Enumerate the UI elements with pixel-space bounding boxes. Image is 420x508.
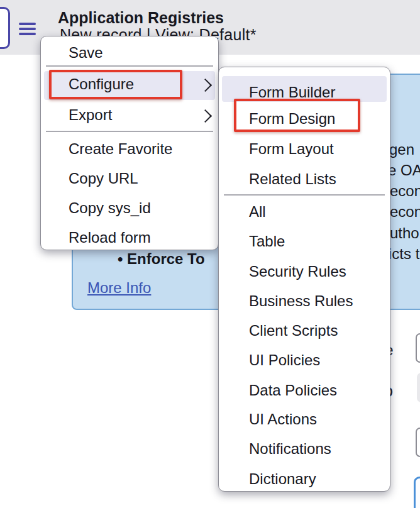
name-input[interactable] [416,333,420,363]
more-info-link[interactable]: More Info [87,279,151,297]
info-text-fragment: econ [390,203,420,221]
form-context-menu-icon[interactable] [19,23,36,35]
submenu-item-related-lists[interactable]: Related Lists [249,170,336,188]
menu-item-copy-sys-id[interactable]: Copy sys_id [69,199,151,217]
client-secret-input[interactable] [416,428,420,457]
menu-separator [224,194,385,196]
submenu-item-business-rules[interactable]: Business Rules [249,292,353,310]
submenu-item-all[interactable]: All [249,203,266,221]
submenu-item-form-layout[interactable]: Form Layout [249,140,334,158]
info-bullet-text: Enforce To [127,250,205,267]
chevron-right-icon [199,109,212,123]
submenu-item-dictionary[interactable]: Dictionary [249,470,316,488]
annotation-box-configure [49,70,182,99]
section-panel [414,477,420,508]
hamburger-bar [19,28,36,30]
submenu-item-security-rules[interactable]: Security Rules [249,263,346,280]
submenu-item-data-policies[interactable]: Data Policies [249,382,337,399]
info-text-fragment: e OA [388,162,420,179]
info-text-fragment: utho [390,224,419,242]
client-id-field[interactable] [417,373,420,402]
menu-separator [46,65,213,67]
submenu-item-ui-actions[interactable]: UI Actions [249,411,317,428]
annotation-box-form-design [234,99,360,132]
hamburger-bar [19,23,36,25]
screen: Application Registries New record | View… [0,0,420,508]
submenu-item-table[interactable]: Table [249,233,285,250]
info-bullet-item: • Enforce To [118,250,205,268]
submenu-item-ui-policies[interactable]: UI Policies [249,351,320,369]
info-text-fragment: econ [390,182,420,200]
page-title: Application Registries [58,9,224,27]
form-context-menu: Save Configure Export Create Favorite Co… [40,36,219,250]
menu-item-copy-url[interactable]: Copy URL [69,170,138,187]
info-text-fragment: gen [389,141,414,158]
menu-separator [46,131,213,132]
menu-item-reload-form[interactable]: Reload form [69,229,151,246]
submenu-item-client-scripts[interactable]: Client Scripts [249,322,338,340]
hamburger-bar [19,33,36,35]
submenu-item-notifications[interactable]: Notifications [249,440,331,458]
menu-item-create-favorite[interactable]: Create Favorite [69,140,172,158]
info-text-fragment: icts t [389,245,419,263]
back-button[interactable] [0,7,10,49]
bullet-glyph: • [118,250,123,267]
menu-item-export[interactable]: Export [69,106,112,124]
menu-item-save[interactable]: Save [69,44,103,62]
